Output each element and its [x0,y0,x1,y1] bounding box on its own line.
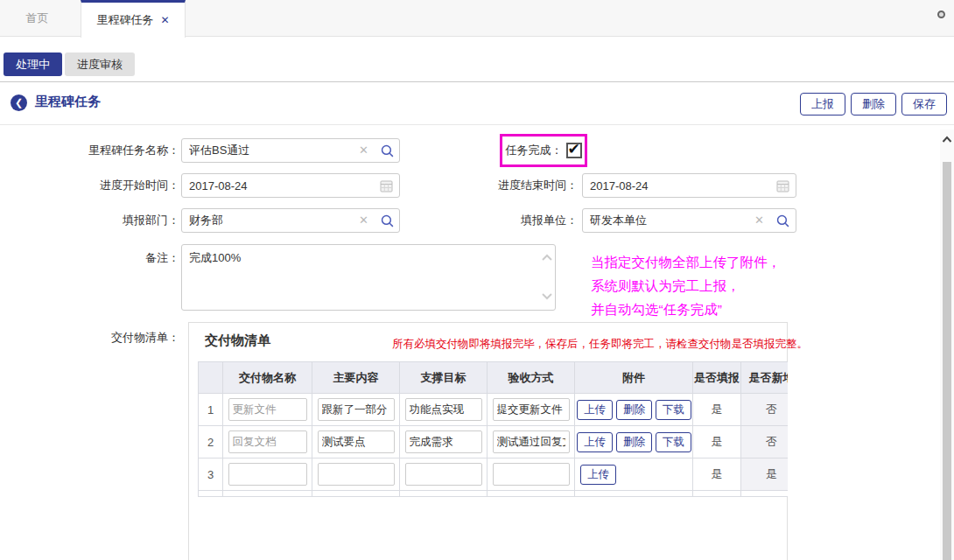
tab-bar: 首页 里程碑任务 ✕ [0,0,954,37]
main-content-input[interactable] [318,430,395,453]
remove-button[interactable]: 删除 [616,432,652,452]
download-button[interactable]: 下载 [656,432,691,452]
deliverables-title: 交付物清单 [205,332,270,349]
deliverables-label: 交付物清单： [0,326,179,350]
task-name-label: 里程碑任务名称： [0,138,179,163]
table-row: 3 上传 是 是 [199,458,789,491]
upload-button[interactable]: 上传 [580,465,616,485]
unit-clear-icon[interactable]: ✕ [754,208,764,233]
start-date-label: 进度开始时间： [0,173,179,198]
annotation-note: 当指定交付物全部上传了附件， 系统则默认为完工上报， 并自动勾选“任务完成” [591,250,781,321]
end-date-calendar-icon[interactable] [776,173,789,198]
task-name-clear-icon[interactable]: ✕ [359,138,368,163]
is-new-value: 否 [741,394,789,426]
start-date-calendar-icon[interactable] [380,173,393,198]
remove-button[interactable]: 删除 [616,400,652,420]
unit-input[interactable] [582,208,796,233]
row-number: 1 [199,394,223,426]
deliverables-table: 交付物名称 主要内容 支撑目标 验收方式 附件 是否填报 是否新增 1 [198,361,788,497]
vertical-scrollbar[interactable] [940,130,954,560]
support-target-input[interactable] [405,398,482,421]
row-number: 3 [199,458,223,491]
start-date-input[interactable] [181,173,400,198]
deliverables-warning: 所有必填交付物即将填报完毕，保存后，任务即将完工，请检查交付物是否填报完整。 [392,337,808,352]
support-target-input[interactable] [405,463,482,486]
task-done-highlight-box: 任务完成： ✔ [500,134,587,167]
annotation-line-2: 系统则默认为完工上报， [591,274,781,298]
tab-options-icon[interactable] [937,10,945,18]
end-date-label: 进度结束时间： [455,173,578,198]
page-header: ❮ 里程碑任务 上报 删除 保存 [0,83,954,125]
table-header-row: 交付物名称 主要内容 支撑目标 验收方式 附件 是否填报 是否新增 [199,362,789,394]
save-button[interactable]: 保存 [901,93,947,116]
table-row-stub [199,491,789,497]
deliverables-panel: 交付物清单 所有必填交付物即将填报完毕，保存后，任务即将完工，请检查交付物是否填… [188,322,788,560]
annotation-line-1: 当指定交付物全部上传了附件， [591,250,781,274]
is-new-value: 否 [741,426,789,458]
department-clear-icon[interactable]: ✕ [359,208,368,233]
back-icon[interactable]: ❮ [11,94,27,111]
task-done-checkbox[interactable]: ✔ [566,143,582,158]
header-actions: 上报 删除 保存 [800,93,947,116]
support-target-input[interactable] [405,430,482,453]
col-attachment: 附件 [575,362,693,394]
task-name-search-icon[interactable] [380,138,395,163]
delete-button[interactable]: 删除 [851,93,896,116]
col-content: 主要内容 [312,362,400,394]
download-button[interactable]: 下载 [656,400,691,420]
deliverables-table-wrap: 交付物名称 主要内容 支撑目标 验收方式 附件 是否填报 是否新增 1 [198,361,788,541]
status-processing-button[interactable]: 处理中 [4,52,62,76]
report-button[interactable]: 上报 [800,93,845,116]
deliverable-name-input[interactable] [228,430,307,453]
tab-label: 里程碑任务 [96,12,153,28]
acceptance-input[interactable] [493,430,570,453]
page-title: 里程碑任务 [35,94,101,110]
department-label: 填报部门： [0,208,179,233]
scrollbar-thumb[interactable] [943,162,951,560]
deliverable-name-input[interactable] [228,463,307,486]
filled-value: 是 [693,458,741,491]
check-icon: ✔ [568,140,580,158]
tab-close-icon[interactable]: ✕ [160,14,169,26]
col-target: 支撑目标 [400,362,488,394]
table-row: 2 上传删除下载 是 否 [199,426,789,458]
upload-button[interactable]: 上传 [577,400,613,420]
is-new-value: 是 [741,458,789,491]
end-date-input[interactable] [582,173,796,198]
status-review-button[interactable]: 进度审核 [65,52,135,76]
table-row: 1 上传删除下载 是 否 [199,394,789,426]
filled-value: 是 [693,426,741,458]
remark-textarea[interactable]: 完成100% [181,244,556,311]
tab-milestone-task[interactable]: 里程碑任务 ✕ [81,0,186,38]
scrollbar-up-icon[interactable] [940,130,954,149]
main-content-input[interactable] [318,463,395,486]
col-rownum [199,362,223,394]
status-row: 处理中 进度审核 [0,38,954,82]
acceptance-input[interactable] [493,398,570,421]
unit-search-icon[interactable] [775,208,790,233]
col-filled: 是否填报 [693,362,741,394]
col-is-new: 是否新增 [741,362,789,394]
remark-scroll-up-icon[interactable] [541,251,553,264]
col-name: 交付物名称 [223,362,312,394]
main-content-input[interactable] [318,398,395,421]
col-acceptance: 验收方式 [488,362,575,394]
annotation-line-3: 并自动勾选“任务完成” [591,298,781,321]
tab-home[interactable]: 首页 [0,0,74,37]
remark-label: 备注： [0,246,179,270]
deliverable-name-input[interactable] [228,398,307,421]
unit-label: 填报单位： [455,208,578,233]
remark-scroll-down-icon[interactable] [541,290,553,304]
upload-button[interactable]: 上传 [577,432,613,452]
task-done-label: 任务完成： [506,143,563,158]
filled-value: 是 [693,394,741,426]
department-search-icon[interactable] [380,208,395,233]
acceptance-input[interactable] [493,463,570,486]
row-number: 2 [199,426,223,458]
